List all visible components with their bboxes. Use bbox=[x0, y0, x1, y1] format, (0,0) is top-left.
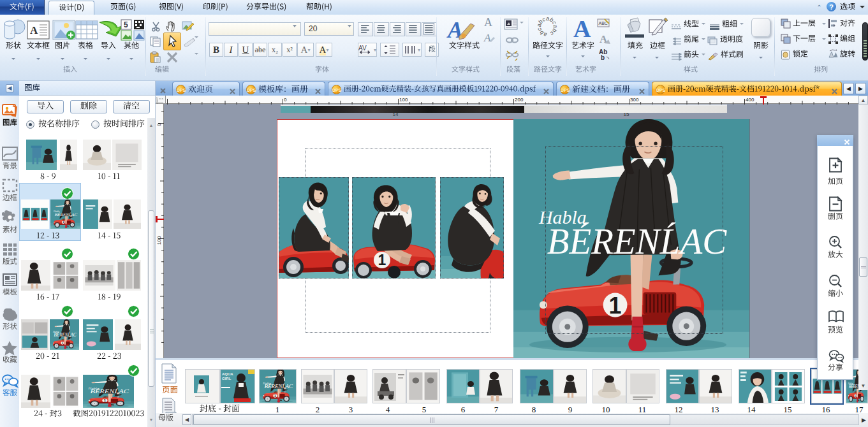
svg-text:300: 300 bbox=[630, 97, 639, 103]
svg-text:0: 0 bbox=[156, 123, 162, 126]
svg-text:A: A bbox=[484, 16, 492, 29]
svg-text:b: b bbox=[601, 54, 605, 61]
svg-text:A: A bbox=[573, 16, 591, 40]
svg-text:100: 100 bbox=[156, 236, 162, 245]
svg-text:AV: AV bbox=[358, 45, 367, 52]
svg-text:400: 400 bbox=[746, 97, 754, 103]
svg-text:ABC: ABC bbox=[599, 21, 608, 25]
svg-text:200: 200 bbox=[515, 97, 524, 103]
svg-text:100: 100 bbox=[399, 97, 408, 103]
svg-text:5: 5 bbox=[124, 20, 128, 29]
svg-text:0: 0 bbox=[284, 97, 287, 103]
svg-text:A: A bbox=[483, 32, 491, 44]
svg-text:abcabcabcabc: abcabcabcabc bbox=[536, 16, 559, 38]
svg-text:A: A bbox=[30, 24, 38, 36]
